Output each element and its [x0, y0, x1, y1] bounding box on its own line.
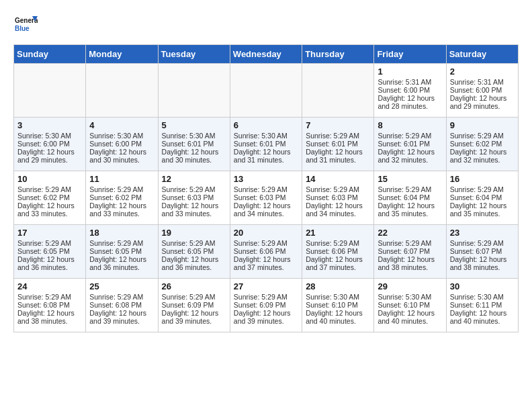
calendar-cell: 24Sunrise: 5:29 AMSunset: 6:08 PMDayligh…	[14, 279, 86, 332]
day-info: Daylight: 12 hours and 28 minutes.	[378, 94, 442, 110]
day-number: 21	[306, 228, 370, 238]
calendar-cell	[14, 64, 86, 118]
day-info: Sunrise: 5:31 AM	[450, 78, 515, 86]
day-number: 30	[450, 281, 515, 291]
day-number: 3	[17, 120, 82, 130]
day-info: Sunrise: 5:29 AM	[89, 293, 154, 301]
day-info: Daylight: 12 hours and 38 minutes.	[450, 255, 515, 271]
day-number: 13	[234, 174, 298, 184]
day-info: Sunset: 6:07 PM	[378, 247, 442, 255]
calendar-cell: 2Sunrise: 5:31 AMSunset: 6:00 PMDaylight…	[446, 64, 518, 118]
day-header-saturday: Saturday	[446, 45, 518, 64]
day-info: Daylight: 12 hours and 30 minutes.	[162, 148, 226, 164]
calendar-cell: 18Sunrise: 5:29 AMSunset: 6:05 PMDayligh…	[86, 225, 158, 279]
day-number: 7	[306, 120, 370, 130]
day-info: Daylight: 12 hours and 29 minutes.	[450, 94, 515, 110]
day-number: 27	[234, 281, 298, 291]
day-number: 15	[378, 174, 442, 184]
day-number: 19	[162, 228, 226, 238]
day-info: Sunrise: 5:29 AM	[306, 132, 370, 140]
calendar-cell: 12Sunrise: 5:29 AMSunset: 6:03 PMDayligh…	[158, 171, 230, 225]
day-number: 18	[89, 228, 154, 238]
day-header-monday: Monday	[86, 45, 158, 64]
day-info: Daylight: 12 hours and 33 minutes.	[89, 201, 154, 218]
page-header: General Blue	[13, 13, 519, 38]
day-info: Sunset: 6:01 PM	[378, 140, 442, 148]
calendar-cell: 25Sunrise: 5:29 AMSunset: 6:08 PMDayligh…	[86, 279, 158, 332]
calendar-cell: 10Sunrise: 5:29 AMSunset: 6:02 PMDayligh…	[14, 171, 86, 225]
calendar-cell	[230, 64, 302, 118]
calendar-cell: 5Sunrise: 5:30 AMSunset: 6:01 PMDaylight…	[158, 118, 230, 171]
day-info: Daylight: 12 hours and 33 minutes.	[17, 201, 82, 218]
day-info: Sunset: 6:04 PM	[378, 193, 442, 201]
svg-text:Blue: Blue	[15, 25, 30, 32]
day-number: 1	[378, 66, 442, 77]
day-number: 8	[378, 120, 442, 130]
day-info: Sunset: 6:03 PM	[306, 193, 370, 201]
day-number: 28	[306, 281, 370, 291]
day-info: Sunset: 6:05 PM	[162, 247, 226, 255]
day-info: Sunrise: 5:29 AM	[450, 239, 515, 247]
day-info: Sunrise: 5:29 AM	[162, 185, 226, 193]
day-number: 10	[17, 174, 82, 184]
calendar-week-row: 3Sunrise: 5:30 AMSunset: 6:00 PMDaylight…	[14, 118, 519, 171]
calendar-header-row: SundayMondayTuesdayWednesdayThursdayFrid…	[14, 45, 519, 64]
day-info: Sunrise: 5:30 AM	[450, 293, 515, 301]
day-info: Sunrise: 5:29 AM	[306, 239, 370, 247]
day-info: Sunrise: 5:29 AM	[17, 293, 82, 301]
day-info: Sunset: 6:01 PM	[234, 140, 298, 148]
day-number: 22	[378, 228, 442, 238]
day-info: Sunrise: 5:29 AM	[450, 185, 515, 193]
day-header-thursday: Thursday	[302, 45, 374, 64]
day-info: Sunrise: 5:31 AM	[378, 78, 442, 86]
day-info: Sunrise: 5:29 AM	[162, 293, 226, 301]
day-info: Daylight: 12 hours and 30 minutes.	[89, 148, 154, 164]
calendar-cell	[86, 64, 158, 118]
day-info: Sunset: 6:10 PM	[378, 301, 442, 309]
calendar-table: SundayMondayTuesdayWednesdayThursdayFrid…	[13, 44, 519, 332]
day-info: Daylight: 12 hours and 37 minutes.	[234, 255, 298, 271]
day-info: Daylight: 12 hours and 39 minutes.	[162, 309, 226, 325]
day-info: Daylight: 12 hours and 37 minutes.	[306, 255, 370, 271]
day-info: Daylight: 12 hours and 39 minutes.	[234, 309, 298, 325]
day-info: Sunset: 6:05 PM	[17, 247, 82, 255]
calendar-week-row: 24Sunrise: 5:29 AMSunset: 6:08 PMDayligh…	[14, 279, 519, 332]
day-info: Daylight: 12 hours and 32 minutes.	[450, 148, 515, 164]
calendar-cell: 28Sunrise: 5:30 AMSunset: 6:10 PMDayligh…	[302, 279, 374, 332]
day-info: Sunrise: 5:30 AM	[378, 293, 442, 301]
calendar-cell: 22Sunrise: 5:29 AMSunset: 6:07 PMDayligh…	[374, 225, 446, 279]
calendar-cell: 19Sunrise: 5:29 AMSunset: 6:05 PMDayligh…	[158, 225, 230, 279]
day-header-wednesday: Wednesday	[230, 45, 302, 64]
calendar-cell: 27Sunrise: 5:29 AMSunset: 6:09 PMDayligh…	[230, 279, 302, 332]
day-info: Sunset: 6:01 PM	[162, 140, 226, 148]
day-number: 17	[17, 228, 82, 238]
day-info: Sunset: 6:04 PM	[450, 193, 515, 201]
day-info: Sunrise: 5:30 AM	[306, 293, 370, 301]
day-info: Sunset: 6:06 PM	[234, 247, 298, 255]
day-info: Sunrise: 5:29 AM	[378, 132, 442, 140]
calendar-cell: 11Sunrise: 5:29 AMSunset: 6:02 PMDayligh…	[86, 171, 158, 225]
day-info: Daylight: 12 hours and 36 minutes.	[89, 255, 154, 271]
day-info: Sunrise: 5:30 AM	[89, 132, 154, 140]
day-info: Sunset: 6:07 PM	[450, 247, 515, 255]
day-number: 11	[89, 174, 154, 184]
day-info: Daylight: 12 hours and 31 minutes.	[306, 148, 370, 164]
day-info: Sunrise: 5:30 AM	[17, 132, 82, 140]
day-info: Sunset: 6:10 PM	[306, 301, 370, 309]
day-info: Sunrise: 5:29 AM	[378, 239, 442, 247]
day-info: Daylight: 12 hours and 35 minutes.	[378, 201, 442, 218]
day-info: Sunrise: 5:29 AM	[450, 132, 515, 140]
day-info: Daylight: 12 hours and 33 minutes.	[162, 201, 226, 218]
day-info: Sunset: 6:00 PM	[378, 86, 442, 94]
day-info: Sunset: 6:03 PM	[234, 193, 298, 201]
day-number: 5	[162, 120, 226, 130]
day-info: Sunset: 6:00 PM	[450, 86, 515, 94]
day-info: Daylight: 12 hours and 32 minutes.	[378, 148, 442, 164]
calendar-cell: 4Sunrise: 5:30 AMSunset: 6:00 PMDaylight…	[86, 118, 158, 171]
day-info: Daylight: 12 hours and 34 minutes.	[234, 201, 298, 218]
day-info: Sunrise: 5:29 AM	[17, 239, 82, 247]
day-header-tuesday: Tuesday	[158, 45, 230, 64]
day-info: Daylight: 12 hours and 39 minutes.	[89, 309, 154, 325]
day-info: Daylight: 12 hours and 31 minutes.	[234, 148, 298, 164]
day-info: Sunrise: 5:29 AM	[378, 185, 442, 193]
